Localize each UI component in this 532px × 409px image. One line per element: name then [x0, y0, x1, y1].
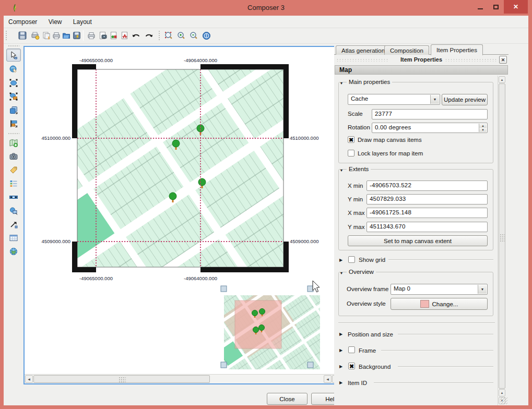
tab-label: Item Properties [436, 47, 477, 53]
select-move-item-tool[interactable] [6, 49, 21, 62]
x-max-input[interactable]: -49061725.148 [367, 208, 488, 218]
section-frame[interactable]: Frame [359, 347, 376, 354]
add-image-tool[interactable] [6, 150, 21, 163]
minimize-icon [478, 8, 483, 9]
collapse-triangle-icon[interactable]: ▶ [339, 348, 342, 353]
overview-style-change-button[interactable]: Change... [391, 298, 488, 310]
rotation-spinbox[interactable]: 0.00 degrees ▲▼ [372, 123, 488, 133]
add-new-map-tool[interactable] [6, 136, 21, 149]
close-button-label: Close [279, 396, 294, 402]
new-composer-button[interactable] [29, 29, 41, 42]
overview-style-label: Overview style [347, 300, 386, 307]
minimize-button[interactable] [472, 0, 488, 14]
toolbox-grip[interactable] [8, 45, 19, 47]
toolbar-grip[interactable] [158, 30, 160, 41]
frame-checkbox[interactable] [348, 346, 355, 353]
section-position-and-size[interactable]: Position and size [348, 331, 393, 338]
overview-frame-combobox[interactable]: Map 0 ▼ [391, 284, 488, 295]
add-table-icon [9, 233, 18, 243]
draw-map-canvas-items-checkbox[interactable]: ✖ [348, 136, 354, 143]
tab-atlas-generation[interactable]: Atlas generation [336, 45, 391, 55]
undo-button[interactable] [130, 29, 143, 42]
x-max-value: -49061725.148 [370, 209, 411, 215]
arrow-left-icon: ◀ [28, 377, 30, 381]
add-attribute-table-tool[interactable] [6, 231, 21, 244]
tab-item-properties[interactable]: Item Properties [431, 44, 483, 55]
print-button[interactable] [85, 29, 98, 42]
zoom-full-button[interactable] [162, 29, 175, 42]
save-icon [18, 31, 27, 40]
composer-view[interactable]: -49065000.000 -49064000.000 -49065000.00… [23, 46, 351, 384]
export-image-icon [98, 31, 108, 40]
set-to-map-canvas-extent-button[interactable]: Set to map canvas extent [348, 235, 488, 246]
close-button[interactable]: Close [267, 393, 308, 405]
zoom-full-icon [164, 31, 174, 41]
zoom-out-button[interactable] [187, 29, 200, 42]
panel-scroll-up-button[interactable]: ▲ [499, 76, 505, 83]
group-items-tool[interactable] [6, 76, 21, 89]
resize-grip[interactable] [500, 397, 507, 404]
section-background[interactable]: Background [359, 364, 391, 370]
add-scalebar-icon [9, 193, 18, 202]
export-svg-icon [109, 31, 119, 40]
lock-layers-label[interactable]: Lock layers for map item [358, 150, 423, 157]
add-arrow-tool[interactable] [6, 218, 21, 231]
item-properties-panel: Atlas generation Composition Item Proper… [334, 44, 509, 405]
export-pdf-button[interactable] [119, 29, 131, 42]
window-title: Composer 3 [0, 4, 532, 11]
align-selected-items-tool[interactable] [6, 117, 21, 130]
menu-composer[interactable]: Composer [4, 16, 42, 26]
redo-button[interactable] [143, 29, 155, 42]
scroll-left-button[interactable]: ◀ [25, 375, 33, 383]
check-icon: ✖ [349, 137, 353, 143]
zoom-in-button[interactable] [175, 29, 187, 42]
lock-layers-checkbox[interactable] [348, 150, 354, 157]
scale-input[interactable]: 23777 [372, 109, 488, 119]
composition-paper[interactable]: -49065000.000 -49064000.000 -49065000.00… [25, 47, 340, 374]
move-item-content-tool[interactable] [6, 63, 21, 76]
tab-composition[interactable]: Composition [384, 45, 429, 55]
toolbox-grip[interactable] [8, 133, 19, 135]
add-new-legend-tool[interactable] [6, 177, 21, 190]
show-grid-label[interactable]: Show grid [359, 257, 385, 263]
toolbar-grip[interactable] [5, 30, 7, 41]
update-preview-button[interactable]: Update preview [442, 94, 488, 105]
add-html-frame-tool[interactable] [6, 245, 21, 258]
save-project-button[interactable] [16, 29, 29, 42]
raise-selected-items-tool[interactable] [6, 103, 21, 116]
x-min-input[interactable]: -49065703.522 [367, 181, 488, 191]
zoom-actual-size-button[interactable] [200, 29, 212, 42]
panel-scroll-thumb[interactable] [499, 83, 505, 389]
panel-scroll-up-button-2[interactable]: ▲ [499, 389, 505, 396]
dock-titlebar[interactable]: Item Properties ✕ [334, 55, 509, 64]
spin-buttons[interactable]: ▲▼ [479, 124, 487, 132]
add-new-scalebar-tool[interactable] [6, 190, 21, 203]
collapse-triangle-icon[interactable]: ▶ [339, 380, 342, 385]
menu-layout[interactable]: Layout [68, 16, 97, 26]
collapse-triangle-icon[interactable]: ▶ [339, 364, 342, 369]
maximize-button[interactable] [488, 0, 504, 14]
draw-map-canvas-items-label[interactable]: Draw map canvas items [358, 137, 422, 143]
y-min-input[interactable]: 4507829.033 [367, 194, 488, 204]
menu-view[interactable]: View [44, 16, 67, 26]
collapse-triangle-icon[interactable]: ▶ [339, 332, 342, 336]
close-window-button[interactable]: ✕ [504, 0, 528, 14]
collapse-triangle-icon[interactable]: ▶ [339, 258, 342, 262]
section-item-id[interactable]: Item ID [348, 380, 367, 386]
dock-close-button[interactable]: ✕ [499, 56, 507, 64]
show-grid-checkbox[interactable] [348, 256, 355, 263]
y-max-input[interactable]: 4511343.670 [367, 222, 488, 232]
add-new-label-tool[interactable] [6, 163, 21, 176]
preview-mode-combobox[interactable]: Cache ▼ [348, 94, 440, 105]
background-checkbox[interactable]: ✖ [348, 363, 355, 369]
change-button-label: Change... [432, 301, 458, 307]
add-basic-shape-tool[interactable] [6, 204, 21, 217]
scroll-left-button-2[interactable]: ◀ [324, 375, 332, 383]
spin-up-icon[interactable]: ▲ [479, 124, 487, 128]
panel-scrollbar[interactable]: ▲ ▲ ▼ [498, 76, 506, 405]
ungroup-items-tool[interactable] [6, 90, 21, 103]
canvas-horizontal-scrollbar[interactable]: ◀ ◀ ▶ [25, 374, 340, 383]
spin-down-icon[interactable]: ▼ [479, 128, 487, 132]
horizontal-scroll-thumb[interactable] [33, 375, 210, 383]
save-template-button[interactable] [70, 29, 83, 42]
